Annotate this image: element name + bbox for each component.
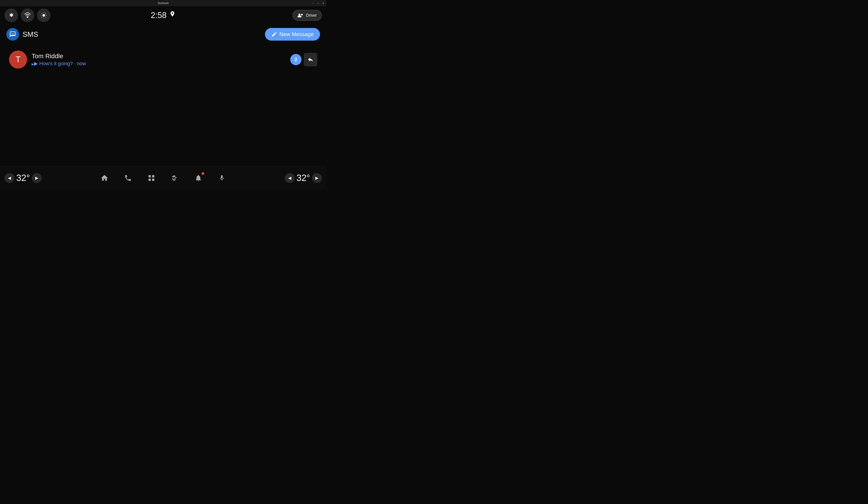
phone-icon (124, 174, 132, 182)
message-time: now (77, 61, 86, 66)
svg-point-11 (298, 13, 300, 15)
home-icon (101, 174, 108, 182)
message-item[interactable]: T Tom Riddle ▶ How's it going? · now 2 (6, 47, 320, 72)
driver-people-icon (298, 13, 304, 18)
svg-line-6 (45, 17, 46, 17)
sms-app-icon (6, 28, 19, 41)
bottom-right-temp: ◀ 32° ▶ (268, 173, 322, 183)
bottom-nav (59, 171, 268, 185)
right-arrow-right-icon: ▶ (315, 176, 319, 180)
svg-point-2 (42, 14, 45, 17)
message-list: T Tom Riddle ▶ How's it going? · now 2 (0, 44, 326, 75)
status-bar: ✱ 2:58 (0, 6, 326, 24)
bottom-left-temp: ◀ 32° ▶ (4, 173, 59, 183)
brightness-button[interactable] (37, 9, 51, 22)
svg-line-9 (42, 17, 42, 17)
contact-name: Tom Riddle (32, 53, 290, 60)
right-temp-increase-button[interactable]: ▶ (312, 173, 322, 183)
right-temp-decrease-button[interactable]: ◀ (285, 173, 295, 183)
bluetooth-button[interactable]: ✱ (4, 9, 18, 22)
app-header: SMS New Message (0, 24, 326, 44)
microphone-icon (218, 174, 225, 182)
brightness-icon (41, 12, 47, 19)
driver-label: Driver (306, 13, 317, 18)
climate-nav-button[interactable] (168, 171, 182, 185)
temp-decrease-button[interactable]: ◀ (4, 173, 14, 183)
right-temp-display: 32° (297, 173, 310, 183)
driver-button[interactable]: Driver (292, 10, 322, 21)
new-message-label: New Message (279, 31, 314, 38)
arrow-right-icon: ▶ (35, 176, 38, 180)
bottom-bar: ◀ 32° ▶ (0, 167, 326, 189)
message-actions: 2 (290, 53, 317, 66)
app-title: SMS (23, 30, 38, 39)
wifi-icon (24, 12, 31, 19)
phone-nav-button[interactable] (121, 171, 135, 185)
window-title: Seahawk (157, 2, 168, 5)
fan-icon (171, 174, 179, 182)
maximize-button[interactable]: □ (316, 1, 320, 6)
minimize-button[interactable]: ─ (311, 1, 316, 6)
notification-dot (202, 172, 204, 175)
title-bar-controls: ─ □ ✕ (311, 1, 326, 6)
reply-icon (307, 56, 314, 63)
message-preview: ▶ How's it going? · now (32, 61, 290, 66)
status-center: 2:58 (151, 11, 176, 20)
svg-point-1 (27, 17, 28, 18)
status-left-controls: ✱ (4, 9, 51, 22)
contact-avatar: T (9, 51, 27, 69)
preview-text: How's it going? (39, 61, 73, 66)
play-icon: ▶ (32, 61, 38, 66)
status-right: Driver (292, 10, 322, 21)
location-icon (169, 11, 176, 20)
unread-badge: 2 (290, 54, 301, 65)
time-display: 2:58 (151, 11, 167, 20)
grid-icon (148, 174, 155, 182)
voice-nav-button[interactable] (215, 171, 229, 185)
svg-point-12 (301, 14, 303, 15)
notifications-nav-button[interactable] (191, 171, 206, 185)
pencil-compose-icon (271, 31, 277, 37)
sms-chat-icon (9, 31, 16, 38)
bell-icon (195, 174, 202, 182)
title-bar: Seahawk ─ □ ✕ (0, 0, 326, 6)
apps-nav-button[interactable] (144, 171, 159, 185)
right-arrow-left-icon: ◀ (288, 176, 291, 180)
message-content: Tom Riddle ▶ How's it going? · now (32, 53, 290, 66)
bluetooth-icon: ✱ (8, 12, 14, 19)
contact-initial: T (16, 55, 21, 64)
app-title-area: SMS (6, 28, 38, 41)
separator: · (74, 61, 76, 66)
left-temp-display: 32° (16, 173, 30, 183)
arrow-left-icon: ◀ (8, 176, 11, 180)
svg-line-10 (45, 13, 46, 14)
svg-line-5 (42, 13, 42, 14)
reply-button[interactable] (304, 53, 317, 66)
new-message-button[interactable]: New Message (265, 28, 320, 41)
wifi-button[interactable] (21, 9, 34, 22)
svg-text:✱: ✱ (9, 12, 13, 18)
home-nav-button[interactable] (97, 171, 112, 185)
temp-increase-button[interactable]: ▶ (32, 173, 42, 183)
close-button[interactable]: ✕ (321, 1, 326, 6)
